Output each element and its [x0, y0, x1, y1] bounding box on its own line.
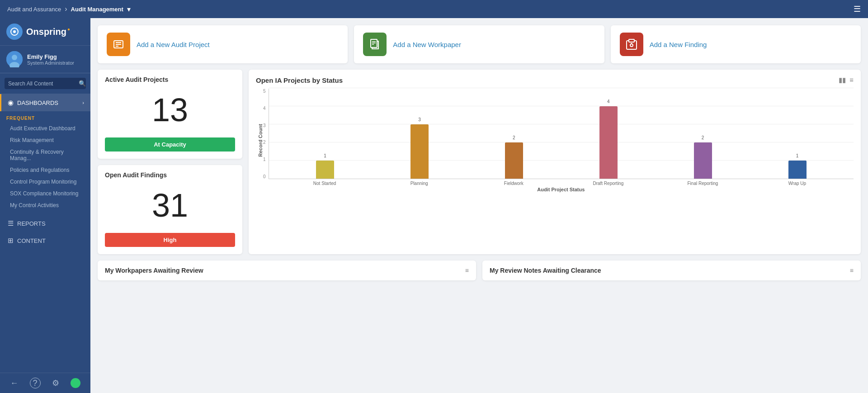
bar-final-reporting: 2	[656, 142, 750, 179]
gridline-1	[269, 160, 854, 161]
bar-wrap-up-value: 1	[788, 153, 807, 158]
sidebar-sub-policies[interactable]: Policies and Regulations	[0, 164, 90, 176]
sidebar-item-content[interactable]: ⊞ CONTENT	[0, 232, 90, 249]
bar-planning-rect: 3	[410, 124, 429, 179]
logo-dot: ●	[67, 27, 70, 32]
bars-area: 1 3	[269, 89, 854, 192]
sidebar-item-reports[interactable]: ☰ REPORTS	[0, 215, 90, 232]
stat-cards-column: Active Audit Projects 13 At Capacity Ope…	[98, 70, 242, 254]
top-nav: Audit and Assurance › Audit Management ▾…	[0, 0, 868, 18]
action-card-new-audit-project[interactable]: Add a New Audit Project	[98, 25, 348, 63]
search-input[interactable]	[8, 80, 76, 87]
svg-point-14	[630, 44, 633, 47]
breadcrumb-dropdown-icon[interactable]: ▾	[127, 5, 131, 14]
y-axis-label: Record Count	[256, 124, 263, 157]
content-area: Add a New Audit Project Add a New Workpa…	[90, 18, 868, 393]
sidebar-item-dashboards[interactable]: ◉ DASHBOARDS ›	[0, 94, 90, 111]
chart-y-bars: 0 1 2 3 4 5	[263, 89, 854, 192]
chart-body: Record Count 0 1 2 3 4 5	[256, 89, 854, 192]
new-workpaper-label: Add a New Workpaper	[393, 41, 461, 48]
x-label-fieldwork: Fieldwork	[467, 179, 561, 186]
svg-point-3	[12, 55, 17, 60]
sidebar-sub-control-program[interactable]: Control Program Monitoring	[0, 176, 90, 188]
bar-fieldwork-value: 2	[505, 135, 523, 140]
breadcrumb-separator: ›	[65, 5, 67, 13]
bar-wrap-up-rect: 1	[788, 161, 807, 179]
y-axis-container: Record Count	[256, 89, 263, 192]
bar-fieldwork: 2	[467, 142, 561, 179]
search-box: 🔍	[5, 78, 86, 89]
bar-chart-bars: 1 3	[269, 89, 854, 179]
hamburger-icon[interactable]: ☰	[854, 4, 861, 14]
bar-not-started-rect: 1	[316, 161, 334, 179]
chart-menu-icon[interactable]: ≡	[849, 76, 854, 84]
open-findings-number: 31	[98, 182, 242, 233]
gridline-4	[269, 106, 854, 106]
dashboard-row: Active Audit Projects 13 At Capacity Ope…	[98, 70, 861, 254]
chart-card: Open IA Projects by Status ▮▮ ≡ Record C…	[249, 70, 861, 254]
open-findings-badge: High	[105, 233, 235, 247]
x-label-final-reporting: Final Reporting	[656, 179, 750, 186]
user-info: Emily Figg System Administrator	[27, 53, 74, 66]
x-axis-title: Audit Project Status	[269, 187, 854, 192]
chart-header: Open IA Projects by Status ▮▮ ≡	[256, 76, 854, 84]
y-val-0: 0	[263, 174, 266, 179]
chart-bar-icon[interactable]: ▮▮	[839, 76, 846, 84]
x-label-wrap-up: Wrap Up	[750, 179, 844, 186]
sidebar-sub-continuity[interactable]: Continuity & Recovery Manag...	[0, 146, 90, 164]
review-notes-title: My Review Notes Awaiting Clearance ≡	[490, 267, 854, 274]
sidebar-logo: Onspring ●	[0, 18, 90, 46]
chart-title: Open IA Projects by Status	[256, 76, 343, 84]
breadcrumb-current[interactable]: Audit Management	[71, 6, 123, 13]
dashboards-chevron: ›	[82, 100, 84, 105]
bar-planning: 3	[372, 124, 467, 179]
content-label: CONTENT	[17, 237, 46, 244]
stat-card-open-findings: Open Audit Findings 31 High	[98, 165, 242, 254]
chart-inner: 0 1 2 3 4 5	[263, 89, 854, 192]
help-icon[interactable]: ?	[30, 378, 41, 388]
sidebar-sub-control-activities[interactable]: My Control Activities	[0, 199, 90, 211]
x-axis-labels: Not Started Planning Fieldwork Draft Rep…	[269, 179, 854, 186]
user-avatar	[6, 51, 23, 67]
sidebar: Onspring ● Emily Figg System Administrat…	[0, 18, 90, 393]
status-dot	[71, 378, 80, 388]
x-label-planning: Planning	[372, 179, 467, 186]
open-findings-title: Open Audit Findings	[98, 165, 242, 182]
sidebar-sub-risk-management[interactable]: Risk Management	[0, 134, 90, 146]
workpapers-menu-icon[interactable]: ≡	[465, 267, 469, 274]
action-card-new-finding[interactable]: Add a New Finding	[611, 25, 861, 63]
sidebar-sub-audit-executive[interactable]: Audit Executive Dashboard	[0, 123, 90, 134]
bar-fieldwork-rect: 2	[505, 142, 523, 179]
gridline-2	[269, 142, 854, 142]
user-role: System Administrator	[27, 60, 74, 66]
settings-icon[interactable]: ⚙	[52, 378, 59, 388]
x-label-draft-reporting: Draft Reporting	[561, 179, 656, 186]
action-cards-row: Add a New Audit Project Add a New Workpa…	[98, 25, 861, 63]
svg-rect-13	[629, 39, 634, 42]
workpapers-title: My Workpapers Awaiting Review ≡	[105, 267, 469, 274]
chart-icons: ▮▮ ≡	[839, 76, 854, 84]
y-val-4: 4	[263, 106, 266, 111]
y-val-5: 5	[263, 89, 266, 94]
app-name: Onspring	[26, 27, 66, 37]
reports-icon: ☰	[8, 219, 14, 227]
action-card-new-workpaper[interactable]: Add a New Workpaper	[354, 25, 604, 63]
search-icon[interactable]: 🔍	[79, 80, 86, 87]
svg-point-1	[13, 30, 16, 33]
bar-wrap-up: 1	[750, 161, 844, 179]
y-val-3: 3	[263, 123, 266, 128]
section-label-frequent: FREQUENT	[0, 111, 90, 123]
bottom-card-review-notes: My Review Notes Awaiting Clearance ≡	[482, 260, 861, 280]
svg-rect-9	[371, 39, 377, 47]
sidebar-sub-sox[interactable]: SOX Compliance Monitoring	[0, 188, 90, 199]
sidebar-search: 🔍	[0, 73, 90, 94]
review-notes-menu-icon[interactable]: ≡	[850, 267, 854, 274]
y-val-2: 2	[263, 140, 266, 145]
dashboards-icon: ◉	[8, 99, 14, 107]
breadcrumb-audit[interactable]: Audit and Assurance	[7, 6, 61, 13]
stat-card-active-projects: Active Audit Projects 13 At Capacity	[98, 70, 242, 159]
y-val-1: 1	[263, 157, 266, 162]
back-icon[interactable]: ←	[10, 379, 19, 388]
new-audit-project-label: Add a New Audit Project	[137, 41, 210, 48]
bar-not-started: 1	[278, 161, 373, 179]
